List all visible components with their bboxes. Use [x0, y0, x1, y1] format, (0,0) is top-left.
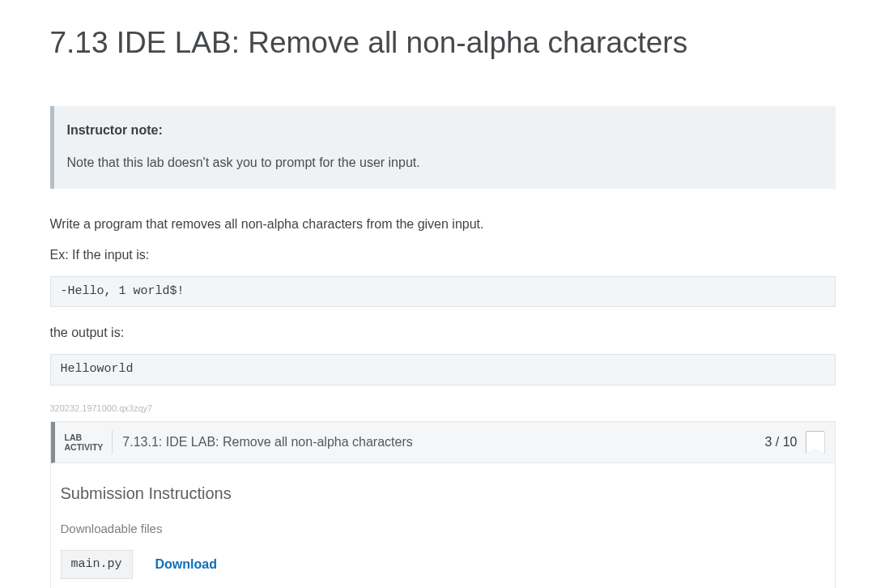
lab-badge-line2: ACTIVITY: [65, 442, 104, 452]
lab-score: 3 / 10: [764, 432, 797, 452]
downloadable-file-row: main.py Download: [61, 550, 825, 580]
instructor-note: Instructor note: Note that this lab does…: [50, 106, 836, 189]
lab-activity-panel: LAB ACTIVITY 7.13.1: IDE LAB: Remove all…: [50, 421, 836, 588]
download-link[interactable]: Download: [155, 555, 217, 574]
lab-activity-title: 7.13.1: IDE LAB: Remove all non-alpha ch…: [113, 432, 764, 452]
bookmark-icon[interactable]: [806, 431, 825, 454]
instructor-note-body: Note that this lab doesn't ask you to pr…: [67, 153, 821, 173]
instruction-paragraph-1: Write a program that removes all non-alp…: [50, 215, 836, 234]
lab-activity-header: LAB ACTIVITY 7.13.1: IDE LAB: Remove all…: [51, 422, 835, 463]
instructor-note-label: Instructor note:: [67, 121, 821, 140]
submission-instructions-title: Submission Instructions: [61, 481, 825, 505]
lab-activity-badge: LAB ACTIVITY: [65, 430, 113, 454]
example-input-code: -Hello, 1 world$!: [50, 276, 836, 308]
file-chip: main.py: [61, 550, 133, 580]
example-output-code: Helloworld: [50, 354, 836, 386]
lab-activity-body: Submission Instructions Downloadable fil…: [51, 463, 835, 588]
instruction-paragraph-3: the output is:: [50, 323, 836, 343]
downloadable-files-label: Downloadable files: [61, 520, 825, 539]
content-hash: 320232.1971000.qx3zqy7: [50, 402, 836, 415]
page-title: 7.13 IDE LAB: Remove all non-alpha chara…: [50, 20, 836, 66]
instruction-paragraph-2: Ex: If the input is:: [50, 245, 836, 265]
lab-badge-line1: LAB: [65, 432, 104, 442]
